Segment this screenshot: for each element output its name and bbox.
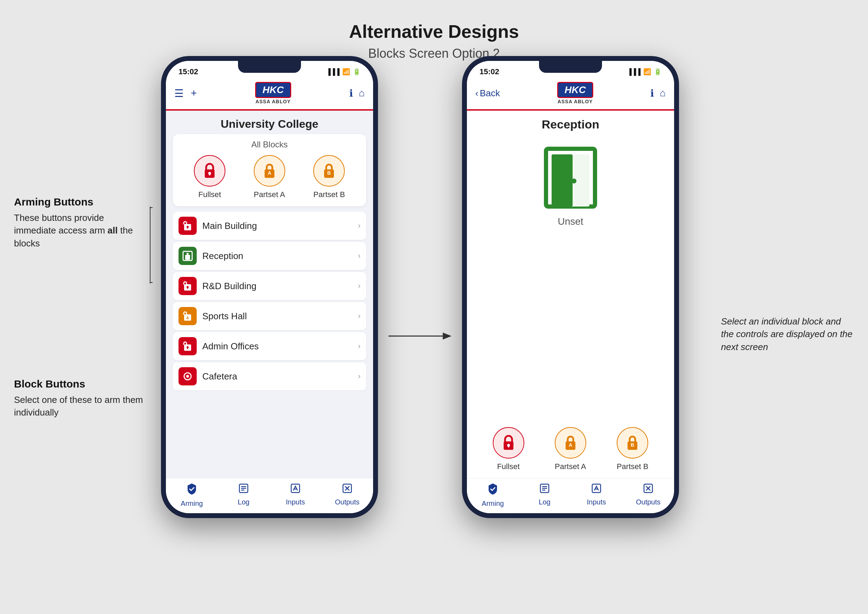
- sports-hall-chevron: ›: [358, 312, 361, 321]
- inputs-icon-right: [591, 483, 602, 497]
- partset-b-button-left[interactable]: B Partset B: [313, 155, 345, 199]
- partset-a-button-right[interactable]: A Partset A: [555, 427, 586, 471]
- screen-title-right: Reception: [467, 111, 674, 135]
- block-item-sports-hall[interactable]: A Sports Hall ›: [173, 302, 366, 330]
- back-chevron-icon: ‹: [475, 88, 479, 99]
- signal-icon-left: ▐▐▐: [326, 68, 339, 76]
- svg-text:A: A: [268, 170, 271, 176]
- main-building-icon: [178, 217, 197, 235]
- admin-offices-name: Admin Offices: [202, 341, 352, 352]
- partset-b-button-right[interactable]: B Partset B: [617, 427, 648, 471]
- inputs-icon-left: [290, 483, 301, 497]
- svg-rect-22: [187, 347, 188, 349]
- battery-icon-left: 🔋: [353, 68, 361, 76]
- svg-point-14: [186, 253, 189, 255]
- svg-rect-11: [187, 227, 188, 229]
- shield-icon-right: [487, 483, 498, 498]
- page-title: Alternative Designs: [0, 0, 868, 42]
- hkc-logo-right: HKC: [557, 82, 593, 98]
- arrow-connector: [389, 329, 451, 343]
- info-icon-right[interactable]: ℹ: [650, 87, 654, 99]
- all-blocks-label: All Blocks: [180, 140, 359, 149]
- admin-offices-icon: [178, 337, 197, 355]
- tab-outputs-label-right: Outputs: [636, 498, 660, 506]
- tab-bar-left: Arming Log: [166, 478, 373, 513]
- unset-label: Unset: [558, 216, 583, 227]
- nav-bar-right: ‹ Back HKC ASSA ABLOY ℹ ⌂: [467, 78, 674, 111]
- tab-inputs-left[interactable]: Inputs: [281, 483, 309, 508]
- svg-text:A: A: [569, 442, 572, 448]
- admin-offices-chevron: ›: [358, 342, 361, 351]
- tab-outputs-left[interactable]: Outputs: [333, 483, 361, 508]
- cafetera-chevron: ›: [358, 372, 361, 381]
- shield-icon-left: [186, 483, 197, 498]
- block-item-reception[interactable]: Reception ›: [173, 242, 366, 270]
- block-item-cafetera[interactable]: Cafetera ›: [173, 362, 366, 390]
- info-icon-left[interactable]: ℹ: [349, 87, 353, 99]
- tab-log-left[interactable]: Log: [229, 483, 257, 508]
- fullset-button-left[interactable]: Fullset: [194, 155, 225, 199]
- wifi-icon-left: 📶: [342, 68, 350, 76]
- tab-inputs-label-right: Inputs: [587, 498, 606, 506]
- tab-outputs-right[interactable]: Outputs: [634, 483, 662, 508]
- svg-rect-17: [187, 287, 188, 289]
- svg-rect-4: [209, 173, 210, 175]
- home-icon-left[interactable]: ⌂: [359, 87, 365, 99]
- all-blocks-panel: All Blocks: [173, 134, 366, 206]
- tab-log-label-left: Log: [238, 498, 249, 506]
- time-left: 15:02: [178, 67, 198, 76]
- block-list-left: Main Building › Reception: [166, 212, 373, 478]
- phone-right: 15:02 ▐▐▐ 📶 🔋 ‹ Back HKC ASSA ABLOY: [462, 56, 679, 518]
- outputs-icon-left: [342, 483, 353, 497]
- block-item-main-building[interactable]: Main Building ›: [173, 212, 366, 240]
- menu-icon-left[interactable]: ☰: [174, 87, 184, 99]
- reception-name: Reception: [202, 251, 352, 262]
- tab-log-label-right: Log: [539, 498, 550, 506]
- nav-bar-left: ☰ + HKC ASSA ABLOY ℹ ⌂: [166, 78, 373, 111]
- tab-arming-label-left: Arming: [181, 499, 203, 508]
- add-icon-left[interactable]: +: [191, 87, 197, 99]
- rd-building-icon: [178, 277, 197, 295]
- time-right: 15:02: [479, 67, 499, 76]
- cafetera-icon: [178, 367, 197, 385]
- phone-left: 15:02 ▐▐▐ 📶 🔋 ☰ + HKC ASSA ABLOY: [161, 56, 378, 518]
- partset-a-button-left[interactable]: A Partset A: [254, 155, 285, 199]
- svg-rect-34: [552, 154, 573, 206]
- home-icon-right[interactable]: ⌂: [660, 87, 666, 99]
- battery-icon-right: 🔋: [654, 68, 662, 76]
- back-button[interactable]: ‹ Back: [475, 88, 500, 99]
- arming-buttons-annotation: Arming Buttons These buttons provide imm…: [14, 196, 147, 250]
- rd-building-chevron: ›: [358, 281, 361, 290]
- hkc-logo-left: HKC: [255, 82, 291, 98]
- block-item-admin-offices[interactable]: Admin Offices ›: [173, 332, 366, 360]
- svg-rect-38: [508, 445, 509, 447]
- log-icon-left: [238, 483, 249, 497]
- tab-arming-right[interactable]: Arming: [479, 483, 507, 508]
- tab-arming-left[interactable]: Arming: [178, 483, 206, 508]
- rd-building-name: R&D Building: [202, 281, 352, 291]
- sports-hall-icon: A: [178, 307, 197, 325]
- screen-title-left: University College: [166, 111, 373, 134]
- wifi-icon-right: 📶: [643, 68, 651, 76]
- block-item-rd-building[interactable]: R&D Building ›: [173, 272, 366, 300]
- reception-chevron: ›: [358, 251, 361, 260]
- svg-point-24: [186, 375, 189, 378]
- main-building-chevron: ›: [358, 221, 361, 230]
- tab-log-right[interactable]: Log: [531, 483, 559, 508]
- tab-inputs-label-left: Inputs: [286, 498, 305, 506]
- outputs-icon-right: [643, 483, 654, 497]
- svg-text:B: B: [631, 442, 634, 448]
- back-label[interactable]: Back: [480, 88, 500, 99]
- signal-icon-right: ▐▐▐: [627, 68, 640, 76]
- door-svg: [535, 142, 606, 212]
- tab-bar-right: Arming Log: [467, 478, 674, 513]
- reception-icon: [178, 247, 197, 265]
- block-buttons-annotation: Block Buttons Select one of these to arm…: [14, 378, 147, 419]
- svg-rect-13: [185, 255, 190, 260]
- main-building-name: Main Building: [202, 220, 352, 231]
- svg-text:A: A: [186, 316, 189, 320]
- fullset-button-right[interactable]: Fullset: [493, 427, 524, 471]
- tab-inputs-right[interactable]: Inputs: [583, 483, 611, 508]
- sports-hall-name: Sports Hall: [202, 311, 352, 322]
- cafetera-name: Cafetera: [202, 371, 352, 382]
